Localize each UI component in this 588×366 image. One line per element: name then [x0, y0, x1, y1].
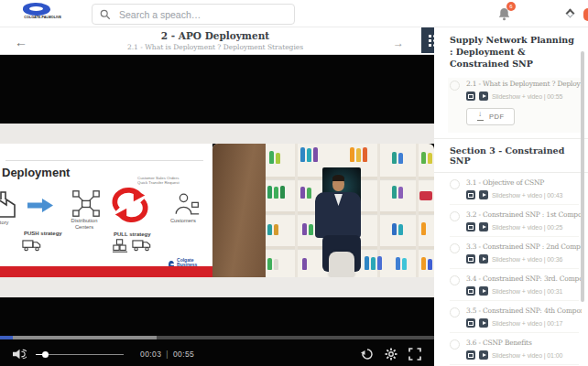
- progress-buffered: [0, 336, 157, 339]
- speaker-icon: [13, 349, 27, 360]
- completion-circle: [450, 81, 460, 91]
- factory-label: Factory: [0, 220, 15, 226]
- video-icon: [479, 222, 488, 231]
- slideshow-icon: [466, 318, 475, 328]
- search-input[interactable]: [117, 8, 287, 21]
- lesson-subtitle: 2.1 - What is Deployment ? Deployment St…: [82, 43, 348, 51]
- video-icon: [479, 318, 488, 328]
- notification-badge: 6: [506, 2, 516, 11]
- completion-circle: [450, 179, 460, 189]
- pallet-boxes-icon: [112, 238, 128, 253]
- slideshow-icon: [466, 254, 475, 264]
- volume-handle[interactable]: [42, 351, 49, 358]
- progress-played: [0, 336, 13, 339]
- slide-divider: [5, 160, 203, 161]
- cycle-caption: Customer Sales Orders Quick Transfer Req…: [137, 176, 180, 185]
- completion-circle: [450, 243, 460, 253]
- current-time: 00:03: [140, 350, 161, 359]
- slideshow-icon: [466, 190, 475, 199]
- slideshow-icon: [466, 222, 475, 231]
- fullscreen-button[interactable]: [407, 346, 423, 362]
- lesson-item[interactable]: 3.5 - Constrained SNP: 4th Component Sli…: [450, 301, 579, 333]
- lesson-item[interactable]: 3.3 - Constrained SNP : 2nd Component Sl…: [450, 237, 579, 269]
- wood-panel: [212, 144, 266, 277]
- fullscreen-icon: [408, 348, 421, 361]
- current-lesson-block: 2.1 - What is Deployment ? Deployment St…: [448, 78, 583, 133]
- replay-button[interactable]: [359, 346, 376, 362]
- volume-button[interactable]: [11, 347, 28, 361]
- lesson-item[interactable]: 3.2 - Constrained SNP : 1st Component Sl…: [450, 205, 579, 237]
- volume-slider[interactable]: [36, 350, 124, 359]
- next-button[interactable]: →: [389, 33, 408, 53]
- course-outline-panel: Supply Network Planning : Deployment & C…: [434, 27, 588, 366]
- sidebar-scrollbar[interactable]: [581, 51, 584, 302]
- distribution-centers-icon: [71, 189, 101, 218]
- completion-circle: [450, 275, 460, 285]
- lesson-titlebar: ← 2 - APO Deployment 2.1 - What is Deplo…: [0, 27, 434, 55]
- pdf-download-button[interactable]: PDF: [466, 108, 515, 125]
- customers-label: Customers: [169, 218, 198, 224]
- push-strategy-label: PUSH strategy: [24, 231, 62, 237]
- video-icon: [479, 92, 488, 101]
- cycle-arrows-icon: [110, 187, 150, 223]
- gear-icon: [385, 348, 397, 361]
- lesson-item-meta: Slideshow + video | 00:55: [492, 93, 562, 100]
- back-button[interactable]: ←: [11, 31, 31, 53]
- course-title: Supply Network Planning : Deployment & C…: [450, 35, 580, 70]
- colgate-palmolive-logo: COLGATE-PALMOLIVE: [16, 3, 57, 25]
- slide-title: Deployment: [2, 166, 70, 179]
- truck-icon: [22, 239, 42, 252]
- pull-strategy-label: PULL strategy: [114, 231, 151, 238]
- time-display: 00:03 | 00:55: [140, 350, 194, 359]
- lesson-item-current[interactable]: 2.1 - What is Deployment ? Deployment St…: [450, 80, 579, 125]
- factory-icon: [0, 188, 24, 219]
- truck-icon: [132, 239, 152, 252]
- slide-margin-top: [0, 124, 434, 144]
- video-icon: [479, 254, 488, 264]
- presenter-video: [212, 144, 434, 277]
- video-player[interactable]: Deployment Factory Distribution C: [0, 55, 434, 366]
- completion-circle: [450, 339, 460, 350]
- app-window: COLGATE-PALMOLIVE 6 ← 2 - APO Deployment…: [0, 0, 588, 366]
- lesson-item-title: 2.1 - What is Deployment ? Deployment St…: [466, 80, 582, 88]
- distribution-centers-label: Distribution Centers: [68, 218, 101, 230]
- notifications-button[interactable]: 6: [497, 5, 517, 23]
- completion-circle: [450, 211, 460, 221]
- lesson-heading: 2 - APO Deployment 2.1 - What is Deploym…: [82, 30, 348, 51]
- completion-circle: [450, 307, 460, 318]
- stool: [329, 252, 354, 277]
- seek-bar[interactable]: [0, 336, 434, 339]
- video-icon: [479, 286, 488, 296]
- download-icon: [476, 113, 485, 121]
- duration: 00:55: [173, 350, 194, 359]
- customers-icon: [172, 191, 200, 217]
- logo-icon: [23, 3, 50, 16]
- avatar[interactable]: [583, 8, 588, 21]
- lesson-item[interactable]: 3.1 - Objective of CSNP Slideshow + vide…: [450, 173, 579, 205]
- lesson-item[interactable]: 3.6 - CSNP Benefits Slideshow + video | …: [450, 333, 579, 365]
- slideshow-icon: [466, 286, 475, 296]
- search-icon: [100, 9, 111, 20]
- slideshow-icon: [466, 92, 475, 101]
- player-controls: 00:03 | 00:55: [0, 342, 434, 366]
- settings-button[interactable]: [383, 346, 399, 362]
- search-box: [92, 4, 295, 25]
- presentation-slide: Deployment Factory Distribution C: [0, 144, 212, 277]
- video-icon: [479, 190, 488, 199]
- presenter-person: [332, 177, 344, 191]
- slideshow-icon: [466, 350, 475, 360]
- lesson-item[interactable]: 3.4 - Constrained SNP: 3rd. Component Sl…: [450, 269, 579, 301]
- chevron-down-icon[interactable]: [566, 9, 575, 18]
- logo-text: COLGATE-PALMOLIVE: [24, 16, 49, 19]
- slide-footer-bar: [0, 266, 212, 277]
- section-header: Section 3 - Constrained SNP: [434, 138, 588, 173]
- slide-margin-bottom: [0, 277, 434, 297]
- right-arrow-icon: [27, 199, 53, 212]
- top-header: COLGATE-PALMOLIVE 6: [0, 0, 588, 27]
- replay-icon: [361, 348, 374, 361]
- video-icon: [479, 350, 488, 360]
- lesson-title: 2 - APO Deployment: [82, 30, 348, 41]
